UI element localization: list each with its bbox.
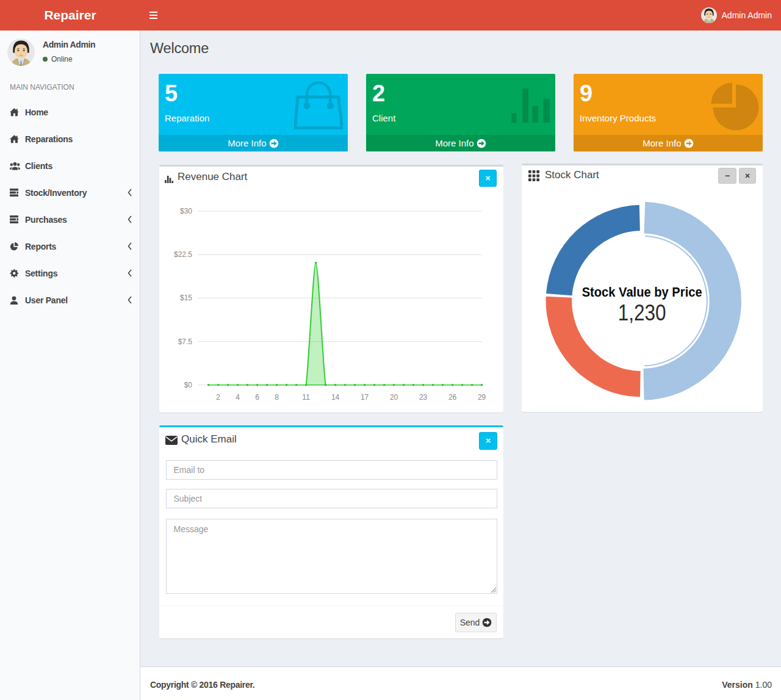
svg-text:Stock Value by Price: Stock Value by Price bbox=[582, 285, 702, 300]
svg-text:$15: $15 bbox=[180, 294, 192, 302]
svg-text:6: 6 bbox=[255, 393, 259, 402]
svg-text:$0: $0 bbox=[184, 381, 193, 389]
svg-text:$30: $30 bbox=[180, 207, 192, 215]
svg-text:29: 29 bbox=[478, 393, 486, 402]
svg-text:8: 8 bbox=[275, 393, 279, 402]
svg-text:11: 11 bbox=[302, 393, 310, 402]
svg-text:20: 20 bbox=[390, 393, 398, 402]
svg-text:$7.5: $7.5 bbox=[178, 337, 193, 346]
svg-text:26: 26 bbox=[448, 393, 457, 402]
svg-text:4: 4 bbox=[236, 393, 240, 402]
svg-text:14: 14 bbox=[331, 393, 340, 402]
svg-text:2: 2 bbox=[216, 393, 220, 402]
svg-text:23: 23 bbox=[419, 393, 428, 402]
svg-text:17: 17 bbox=[361, 393, 369, 402]
svg-text:$22.5: $22.5 bbox=[174, 250, 192, 259]
svg-text:1,230: 1,230 bbox=[618, 300, 666, 325]
